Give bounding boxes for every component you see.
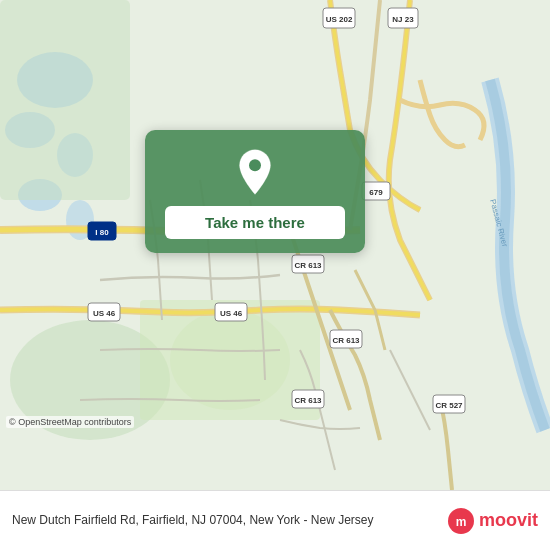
svg-text:679: 679 [369,188,383,197]
take-me-there-button[interactable]: Take me there [165,206,345,239]
svg-text:NJ 23: NJ 23 [392,15,414,24]
map-container: Passaic River [0,0,550,490]
svg-text:US 46: US 46 [93,309,116,318]
footer-bar: New Dutch Fairfield Rd, Fairfield, NJ 07… [0,490,550,550]
take-me-there-overlay: Take me there [145,130,365,253]
svg-text:CR 613: CR 613 [332,336,360,345]
svg-text:m: m [456,515,467,529]
location-pin-icon [231,148,279,196]
svg-text:US 46: US 46 [220,309,243,318]
moovit-logo: m moovit [447,507,538,535]
svg-rect-6 [0,0,130,200]
map-credit: © OpenStreetMap contributors [6,416,134,428]
svg-text:I 80: I 80 [95,228,109,237]
svg-text:CR 613: CR 613 [294,396,322,405]
svg-point-31 [249,159,261,171]
moovit-logo-icon: m [447,507,475,535]
svg-text:CR 613: CR 613 [294,261,322,270]
svg-text:CR 527: CR 527 [435,401,463,410]
svg-text:US 202: US 202 [326,15,353,24]
moovit-text: moovit [479,510,538,531]
footer-address: New Dutch Fairfield Rd, Fairfield, NJ 07… [12,512,447,529]
